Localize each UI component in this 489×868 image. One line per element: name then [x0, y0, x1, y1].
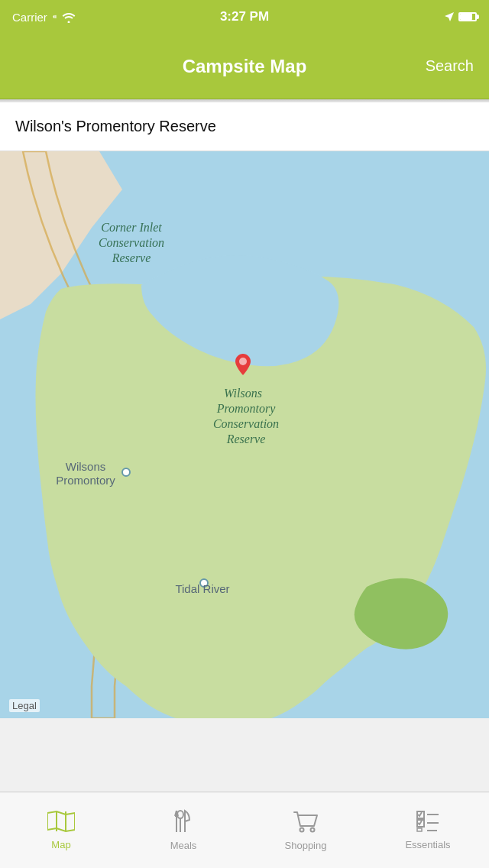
nav-title: Campsite Map	[183, 56, 307, 77]
svg-point-14	[239, 358, 247, 365]
svg-text:Tidal River: Tidal River	[175, 582, 229, 595]
svg-point-2	[122, 468, 130, 476]
location-icon	[444, 11, 455, 22]
location-name: Wilson's Promentory Reserve	[15, 118, 216, 135]
svg-text:Conservation: Conservation	[99, 236, 164, 249]
svg-text:Promontory: Promontory	[56, 474, 115, 487]
search-button[interactable]: Search	[426, 57, 474, 75]
svg-text:Conservation: Conservation	[213, 417, 279, 430]
carrier-label: Carrier	[12, 11, 47, 24]
status-bar: Carrier ⁌ 3:27 PM	[0, 0, 489, 34]
meals-icon	[173, 809, 194, 837]
map-icon	[47, 810, 75, 836]
essentials-icon	[416, 810, 440, 836]
battery-icon	[458, 12, 477, 21]
tab-map[interactable]: Map	[15, 810, 107, 850]
map-container[interactable]: Corner Inlet Conservation Reserve Wilson…	[0, 151, 489, 718]
tab-map-label: Map	[51, 839, 70, 850]
svg-text:Reserve: Reserve	[226, 432, 266, 445]
status-right	[444, 11, 477, 22]
tab-meals[interactable]: Meals	[138, 809, 229, 851]
svg-text:Corner Inlet: Corner Inlet	[101, 221, 162, 234]
map-svg: Corner Inlet Conservation Reserve Wilson…	[0, 151, 489, 718]
status-time: 3:27 PM	[220, 9, 269, 24]
tab-meals-label: Meals	[170, 840, 197, 851]
status-left: Carrier ⁌	[12, 11, 76, 24]
map-legal[interactable]: Legal	[9, 699, 40, 712]
nav-bar: Campsite Map Search	[0, 34, 489, 99]
svg-rect-28	[417, 828, 422, 831]
svg-point-23	[311, 828, 315, 832]
tab-essentials-label: Essentials	[405, 839, 450, 850]
svg-text:Wilsons: Wilsons	[66, 460, 106, 473]
wifi-icon: ⁌	[52, 11, 76, 23]
location-banner: Wilson's Promentory Reserve	[0, 102, 489, 151]
svg-text:Promontory: Promontory	[216, 402, 277, 416]
svg-text:Wilsons: Wilsons	[224, 387, 262, 400]
tab-shopping[interactable]: Shopping	[260, 809, 351, 851]
svg-text:Reserve: Reserve	[112, 251, 151, 264]
tab-essentials[interactable]: Essentials	[382, 810, 474, 850]
svg-point-22	[300, 828, 304, 832]
tab-shopping-label: Shopping	[285, 840, 327, 851]
tab-bar: Map Meals	[0, 792, 489, 868]
shopping-icon	[293, 809, 319, 837]
